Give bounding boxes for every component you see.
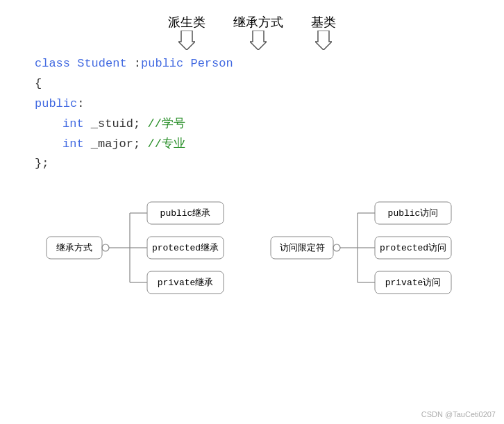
code-line5: int _major; //专业 (35, 135, 483, 155)
label-row: 派生类 继承方式 基类 (21, 14, 483, 50)
code-line6: }; (35, 154, 483, 174)
code-block: class Student :public Person { public: i… (21, 54, 483, 174)
code-line4: int _stuid; //学号 (35, 115, 483, 135)
major-var: _major; (84, 137, 148, 151)
label-base: 基类 (311, 14, 336, 50)
code-line2: { (35, 74, 483, 94)
arrow-base (315, 31, 332, 50)
arrow-derived (178, 31, 195, 50)
code-line1: class Student :public Person (35, 54, 483, 74)
stuid-var: _stuid; (84, 117, 148, 130)
base-class-name: Person (190, 57, 233, 70)
svg-text:private继承: private继承 (157, 278, 213, 288)
comment-stuid: //学号 (147, 117, 185, 130)
colon: : (134, 57, 141, 70)
diagram-section: 继承方式 public继承 protected继承 private继承 (21, 195, 483, 306)
code-section: class Student :public Person { public: i… (21, 54, 483, 174)
label-derived: 派生类 (168, 14, 205, 50)
svg-text:访问限定符: 访问限定符 (279, 242, 324, 253)
brace-close: }; (35, 157, 49, 170)
watermark: CSDN @TauCeti0207 (421, 410, 496, 418)
svg-text:protected继承: protected继承 (151, 243, 218, 253)
tree2-diagram: 访问限定符 public访问 protected访问 private访问 (264, 195, 465, 306)
page-container: 派生类 继承方式 基类 class Student :public Person… (0, 0, 504, 424)
class-name: Student (77, 57, 134, 70)
keyword-public-access: public (35, 97, 77, 110)
label-derived-text: 派生类 (168, 14, 205, 31)
keyword-public: public (141, 57, 190, 70)
label-base-text: 基类 (311, 14, 336, 31)
code-line3: public: (35, 94, 483, 115)
svg-point-19 (333, 244, 340, 251)
svg-marker-0 (178, 31, 195, 50)
svg-point-5 (102, 244, 109, 251)
label-inherit-text: 继承方式 (233, 14, 283, 31)
tree1-diagram: 继承方式 public继承 protected继承 private继承 (40, 195, 241, 306)
brace-open: { (35, 77, 42, 90)
svg-text:private访问: private访问 (385, 277, 441, 288)
svg-text:继承方式: 继承方式 (56, 242, 92, 253)
svg-text:public访问: public访问 (387, 207, 438, 219)
arrow-inherit (250, 31, 267, 50)
label-inherit: 继承方式 (233, 14, 283, 50)
colon2: : (77, 97, 84, 110)
svg-text:protected访问: protected访问 (379, 242, 446, 253)
comment-major: //专业 (147, 137, 185, 151)
keyword-class: class (35, 57, 77, 70)
keyword-int1: int (62, 117, 84, 130)
svg-marker-2 (315, 31, 332, 50)
svg-text:public继承: public继承 (160, 208, 210, 219)
keyword-int2: int (62, 137, 84, 151)
svg-marker-1 (250, 31, 267, 50)
